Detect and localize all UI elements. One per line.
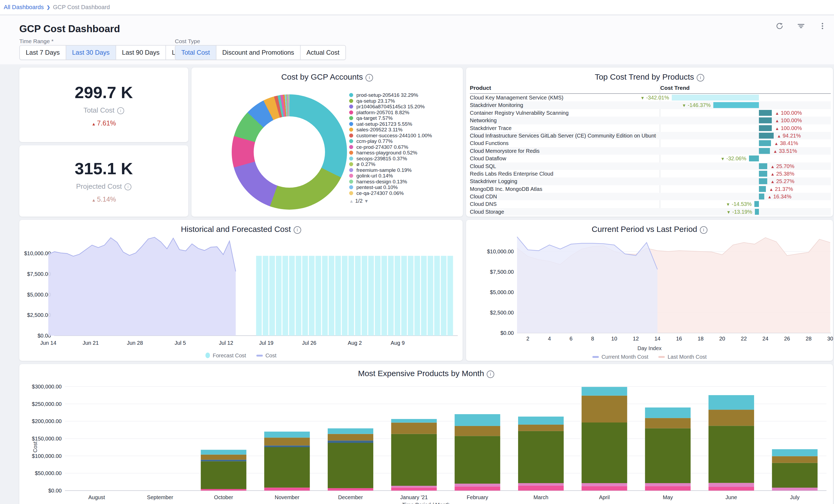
legend-item[interactable]: prod-setup-205416 32.29% (349, 92, 459, 98)
historical-chart-canvas[interactable]: $10,000.00$7,500.00$5,000.00$2,500.00$0.… (19, 220, 463, 361)
current-month-legend-item[interactable]: Current Month Cost (592, 354, 649, 360)
more-menu-button[interactable] (816, 20, 829, 33)
svg-text:$50,000.00: $50,000.00 (35, 470, 62, 476)
legend-item[interactable]: qa-target 7.57% (349, 115, 459, 121)
legend-page-down[interactable]: ▼ (364, 199, 369, 204)
table-row[interactable]: Cloud Memorystore for Redis▲ 33.51% (470, 147, 831, 155)
accounts-donut-chart[interactable] (232, 94, 347, 210)
table-row[interactable]: Cloud Infrastructure Services GitLab Ser… (470, 132, 831, 139)
legend-item[interactable]: uat-setup-261723 5.55% (349, 121, 459, 127)
projected-cost-value: 315.1 K (74, 159, 133, 178)
legend-item[interactable]: customer-success-244100 1.00% (349, 133, 459, 138)
trend-bar (759, 163, 767, 169)
legend-item[interactable]: harness-playground 0.52% (349, 150, 459, 156)
product-name: Cloud Infrastructure Services GitLab Ser… (470, 133, 656, 139)
svg-text:July: July (790, 494, 800, 500)
svg-text:6: 6 (570, 336, 573, 342)
table-row[interactable]: Cloud DNS▼ -14.53% (470, 200, 831, 208)
table-row[interactable]: Cloud Functions▲ 38.41% (470, 139, 831, 147)
forecast-cost-legend-item[interactable]: Forecast Cost (205, 353, 246, 359)
table-row[interactable]: MongoDB Inc. MongoDB Atlas▲ 21.37% (470, 185, 831, 193)
trend-value: ▼ -342.01% (640, 95, 669, 101)
legend-item[interactable]: ccm-play 0.77% (349, 138, 459, 144)
trend-bar (749, 155, 759, 161)
trend-bar (759, 171, 767, 177)
table-row[interactable]: Cloud CDN▲ 16.34% (470, 193, 831, 200)
legend-item[interactable]: golink-url 0.14% (349, 173, 459, 179)
svg-text:16: 16 (676, 336, 682, 342)
time-range-option-last-90-days[interactable]: Last 90 Days (116, 46, 166, 60)
legend-item[interactable]: pr10406a87045145c3 15.20% (349, 104, 459, 110)
svg-text:2: 2 (526, 336, 529, 342)
legend-item[interactable]: platform-205701 8.82% (349, 110, 459, 115)
legend-item[interactable]: ø 0.27% (349, 161, 459, 167)
svg-text:June: June (725, 494, 737, 500)
refresh-button[interactable] (773, 20, 786, 33)
trend-bar (759, 194, 764, 199)
legend-pager: ▲ 1/2 ▼ (349, 198, 459, 204)
info-icon[interactable]: i (117, 107, 124, 114)
table-row[interactable]: Cloud Key Management Service (KMS)▼ -342… (470, 94, 831, 101)
table-row[interactable]: Cloud Storage▼ -13.19% (470, 208, 831, 216)
svg-text:January '21: January '21 (400, 494, 428, 500)
legend-item[interactable]: secops-239815 0.37% (349, 156, 459, 162)
monthly-chart-canvas[interactable]: $300,000.00$250,000.00$200,000.00$150,00… (19, 364, 833, 504)
cost-type-option-total-cost[interactable]: Total Cost (175, 46, 216, 60)
svg-text:8: 8 (591, 336, 594, 342)
time-period-axis-label: Time Period / Month (19, 502, 833, 504)
period-comparison-card: Current Period vs Last Periodi $10,000.0… (466, 220, 833, 361)
cost-type-option-actual-cost[interactable]: Actual Cost (301, 46, 345, 60)
table-row[interactable]: Redis Labs Redis Enterprise Cloud▲ 25.38… (470, 170, 831, 177)
trend-value: ▲ 94.21% (777, 133, 801, 139)
legend-item[interactable]: harness-design 0.13% (349, 179, 459, 185)
legend-item[interactable]: ce-prod-274307 0.67% (349, 144, 459, 150)
svg-text:24: 24 (762, 336, 768, 342)
time-range-option-last-30-days[interactable]: Last 30 Days (66, 46, 116, 60)
info-icon[interactable]: i (366, 74, 373, 82)
table-row[interactable]: Cloud Dataflow▼ -32.06% (470, 155, 831, 162)
svg-text:22: 22 (741, 336, 747, 342)
trend-value: ▼ -14.53% (726, 201, 752, 207)
svg-text:$150,000.00: $150,000.00 (32, 436, 62, 441)
info-icon[interactable]: i (487, 371, 494, 378)
filter-button[interactable] (795, 20, 807, 33)
table-row[interactable]: Container Registry Vulnerability Scannin… (470, 109, 831, 117)
svg-text:April: April (599, 494, 610, 500)
svg-text:February: February (467, 494, 488, 500)
svg-text:November: November (275, 494, 300, 500)
svg-text:14: 14 (654, 336, 660, 342)
table-row[interactable]: Stackdriver Monitoring▼ -146.37% (470, 101, 831, 109)
time-range-option-last-7-days[interactable]: Last 7 Days (20, 46, 66, 60)
product-name: Stackdriver Trace (470, 125, 512, 131)
info-icon[interactable]: i (697, 74, 704, 82)
info-icon[interactable]: i (294, 226, 301, 234)
legend-item[interactable]: sales-209522 3.11% (349, 127, 459, 133)
product-name: Cloud DNS (470, 201, 497, 207)
legend-item[interactable]: freemium-sample 0.19% (349, 167, 459, 173)
legend-page-up[interactable]: ▲ (349, 199, 354, 204)
table-row[interactable]: Cloud SQL▲ 25.70% (470, 162, 831, 170)
breadcrumb-all-dashboards[interactable]: All Dashboards (4, 4, 44, 11)
table-row[interactable]: Stackdriver Trace▲ 100.00% (470, 124, 831, 132)
comparison-chart-canvas[interactable]: $10,000.00$7,500.00$5,000.00$2,500.00$0.… (466, 220, 833, 361)
product-column-header[interactable]: Product (470, 85, 491, 91)
info-icon[interactable]: i (125, 183, 131, 190)
legend-dot (349, 162, 353, 166)
info-icon[interactable]: i (700, 226, 707, 234)
cost-trend-column-header[interactable]: Cost Trend (660, 85, 690, 91)
product-name: Container Registry Vulnerability Scannin… (470, 110, 569, 116)
legend-item[interactable]: qa-setup 23.17% (349, 98, 459, 104)
legend-dot (349, 122, 353, 126)
legend-item[interactable]: pentest-uat 0.10% (349, 184, 459, 190)
trend-value: ▲ 25.70% (770, 163, 794, 170)
last-month-legend-item[interactable]: Last Month Cost (658, 354, 707, 360)
table-row[interactable]: Networking▲ 100.00% (470, 117, 831, 124)
table-row[interactable]: Stackdriver Logging▲ 25.27% (470, 177, 831, 185)
legend-item[interactable]: ce-qa-274307 0.06% (349, 190, 459, 196)
forecast-cost-swatch (205, 353, 210, 358)
cost-type-option-discount-and-promotions[interactable]: Discount and Promotions (216, 46, 301, 60)
legend-dot (349, 191, 353, 195)
breadcrumb-current: GCP Cost Dashboard (53, 4, 110, 11)
cost-legend-item[interactable]: Cost (256, 353, 277, 359)
legend-dot (349, 157, 353, 160)
